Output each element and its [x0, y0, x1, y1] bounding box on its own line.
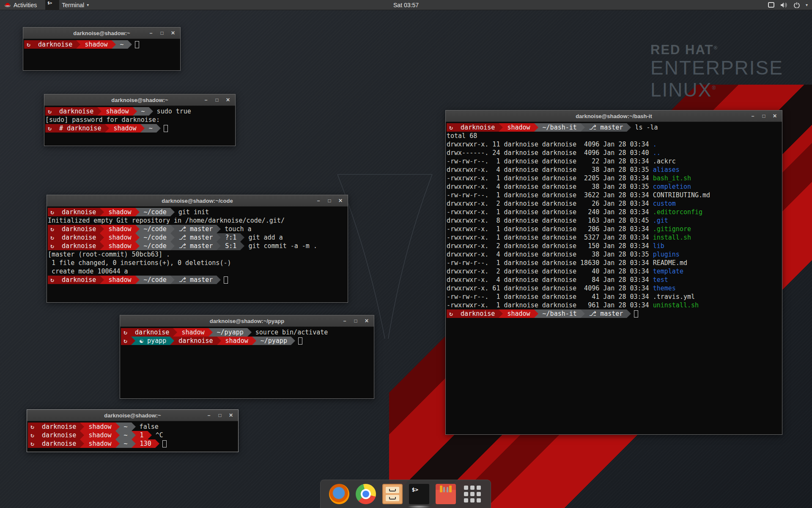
powerline-separator	[100, 233, 104, 242]
file-manager-icon[interactable]	[382, 484, 403, 504]
terminal-window-exitcodes[interactable]: darknoise@shadow:~–□✕↻ darknoiseshadow~ …	[27, 409, 239, 452]
window-titlebar[interactable]: darknoise@shadow:~–□✕	[23, 28, 180, 39]
prompt-segment: shadow	[104, 208, 135, 216]
prompt-segment: ~/code	[140, 225, 170, 233]
terminal-line: ↻ darknoiseshadow~130	[28, 439, 237, 448]
terminal-screen[interactable]: ↻ darknoiseshadow~/pyapp source bin/acti…	[120, 327, 374, 398]
terminal-cursor	[224, 276, 228, 284]
wrench-glyph	[447, 487, 448, 492]
close-button[interactable]: ✕	[168, 29, 178, 37]
close-button[interactable]: ✕	[223, 96, 233, 104]
terminal-screen[interactable]: ↻ darknoiseshadow~ sudo true[sudo] passw…	[44, 106, 235, 146]
window-titlebar[interactable]: darknoise@shadow:~–□✕	[44, 94, 235, 106]
terminal-text: lib	[653, 242, 664, 250]
powerline-separator	[100, 225, 104, 233]
terminal-window-code[interactable]: darknoise@shadow:~/code–□✕↻ darknoisesha…	[47, 195, 348, 303]
maximize-button[interactable]: □	[351, 317, 360, 325]
powerline-separator	[499, 123, 503, 132]
clock[interactable]: Sat 03:57	[0, 2, 812, 8]
terminal-text: ..	[653, 149, 661, 157]
chrome-icon[interactable]	[356, 484, 376, 504]
prompt-segment: ⎇ master	[175, 242, 217, 250]
drawer-top	[386, 487, 399, 493]
terminal-text: total 68	[447, 132, 477, 140]
terminal-text: -rw-rw-r--. 1 darknoise darknoise 41 Jan…	[447, 293, 653, 301]
window-title: darknoise@shadow:~/code	[47, 198, 348, 204]
brand-linux: LINUX®	[650, 78, 783, 100]
prompt-segment: ☯ pyapp	[135, 337, 170, 345]
desktop: RED HAT® ENTERPRISE LINUX® Activities $>…	[0, 0, 812, 508]
powerline-separator	[132, 431, 136, 439]
powerline-separator	[115, 422, 120, 431]
system-status-area[interactable]: ▾	[768, 0, 812, 10]
terminal-screen[interactable]: ↻ darknoiseshadow~	[23, 39, 180, 70]
minimize-button[interactable]: –	[201, 96, 211, 104]
terminal-text: -rwxrwxr-x. 1 darknoise darknoise 240 Ja…	[447, 208, 653, 216]
maximize-button[interactable]: □	[759, 112, 768, 120]
terminal-screen[interactable]: ↻ darknoiseshadow~ false↻ darknoiseshado…	[27, 421, 238, 452]
close-button[interactable]: ✕	[336, 196, 345, 205]
app-indicator-menu[interactable]: $> Terminal ▾	[41, 0, 93, 10]
prompt-segment: ⎇ master	[175, 225, 217, 233]
terminal-screen[interactable]: ↻ darknoiseshadow~/bash-it⎇ master ls -l…	[446, 122, 782, 434]
close-button[interactable]: ✕	[770, 112, 779, 120]
minimize-button[interactable]: –	[748, 112, 757, 120]
maximize-button[interactable]: □	[212, 96, 222, 104]
terminal-text: git commit -a -m .	[244, 242, 317, 250]
prompt-segment: ⎇ master	[175, 276, 217, 284]
powerline-separator	[627, 309, 631, 318]
drawer-bottom	[386, 495, 399, 501]
terminal-window-bash-it[interactable]: darknoise@shadow:~/bash-it–□✕↻ darknoise…	[445, 110, 782, 435]
prompt-segment: shadow	[503, 309, 534, 318]
window-titlebar[interactable]: darknoise@shadow:~/code–□✕	[47, 195, 348, 207]
app-grid-icon[interactable]	[462, 484, 483, 504]
terminal-line: -rw-rw-r--. 1 darknoise darknoise 3622 J…	[447, 191, 781, 199]
powerline-separator	[208, 328, 213, 337]
close-button[interactable]: ✕	[362, 317, 371, 325]
terminal-cursor	[162, 440, 167, 447]
terminal-line: drwxrwxr-x. 2 darknoise darknoise 150 Ja…	[447, 242, 781, 250]
terminal-line: drwxrwxr-x. 8 darknoise darknoise 163 Ja…	[447, 216, 781, 225]
window-titlebar[interactable]: darknoise@shadow:~–□✕	[27, 410, 238, 421]
prompt-segment: shadow	[104, 233, 135, 242]
terminal-line: ↻ darknoiseshadow~	[24, 40, 179, 49]
prompt-segment: shadow	[102, 107, 132, 116]
minimize-button[interactable]: –	[146, 29, 156, 37]
terminal-line: ↻ darknoiseshadow~/code git init	[48, 208, 347, 216]
terminal-window-home-1[interactable]: darknoise@shadow:~–□✕↻ darknoiseshadow~	[23, 27, 181, 71]
maximize-button[interactable]: □	[157, 29, 167, 37]
terminal-text: .git	[653, 216, 668, 225]
terminal-window-sudo[interactable]: darknoise@shadow:~–□✕↻ darknoiseshadow~ …	[44, 94, 236, 146]
maximize-button[interactable]: □	[215, 411, 225, 420]
powerline-separator	[240, 242, 244, 250]
minimize-button[interactable]: –	[314, 196, 323, 205]
powerline-separator	[115, 431, 120, 439]
terminal-text: drwxrwxr-x. 61 darknoise darknoise 4096 …	[447, 284, 653, 293]
terminal-cursor	[164, 125, 168, 132]
powerline-separator	[217, 337, 221, 345]
chevron-down-icon: ▾	[87, 3, 89, 7]
powerline-separator	[128, 40, 132, 49]
prompt-segment: ↻ darknoise	[447, 123, 499, 132]
window-titlebar[interactable]: darknoise@shadow:~/bash-it–□✕	[446, 110, 782, 122]
toolbox-icon[interactable]	[436, 484, 456, 504]
minimize-button[interactable]: –	[340, 317, 349, 325]
prompt-segment: ↻ darknoise	[447, 309, 499, 318]
maximize-button[interactable]: □	[325, 196, 334, 205]
minimize-button[interactable]: –	[204, 411, 214, 420]
window-titlebar[interactable]: darknoise@shadow:~/pyapp–□✕	[120, 315, 374, 327]
terminal-text: -rwxrwxr-x. 1 darknoise darknoise 2205 J…	[447, 174, 653, 182]
terminal-window-pyapp[interactable]: darknoise@shadow:~/pyapp–□✕↻ darknoisesh…	[120, 315, 374, 399]
terminal-text: drwxrwxr-x. 4 darknoise darknoise 84 Jan…	[447, 276, 653, 284]
firefox-icon[interactable]	[329, 484, 349, 504]
activities-button[interactable]: Activities	[0, 0, 41, 10]
top-bar: Activities $> Terminal ▾ Sat 03:57 ▾	[0, 0, 812, 10]
terminal-line: total 68	[447, 132, 781, 140]
terminal-cursor	[135, 41, 139, 48]
close-button[interactable]: ✕	[226, 411, 236, 420]
terminal-screen[interactable]: ↻ darknoiseshadow~/code git initInitiali…	[47, 207, 348, 302]
terminal-text: false	[136, 422, 159, 431]
terminal-icon[interactable]: $>	[409, 484, 429, 504]
screwdriver-glyph	[443, 487, 445, 492]
terminal-line: ↻ darknoiseshadow~/code⎇ master?:1 git a…	[48, 233, 347, 242]
